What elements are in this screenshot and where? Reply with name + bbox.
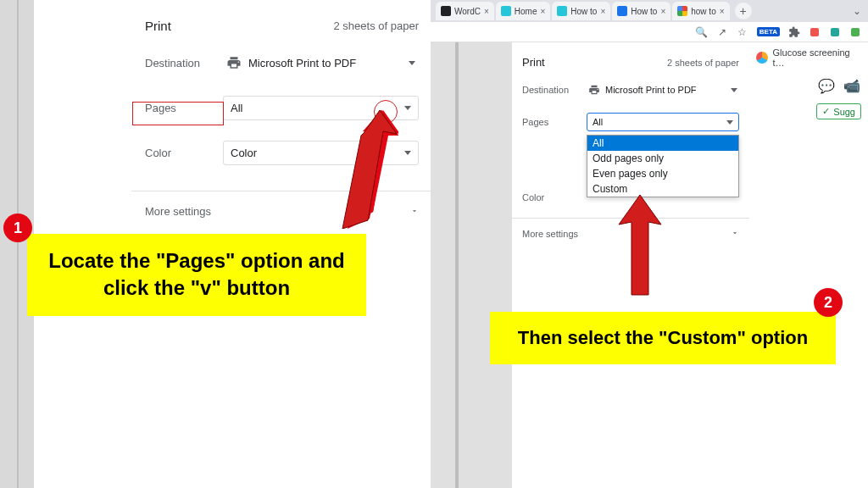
caret-down-icon: [404, 151, 411, 155]
favicon-icon: [617, 6, 627, 16]
browser-tab[interactable]: how to ×: [672, 2, 729, 20]
favicon-icon: [677, 6, 687, 16]
printer-icon: [588, 84, 600, 96]
callout-step-2: Then select the "Custom" option: [490, 312, 836, 364]
svg-marker-5: [619, 195, 661, 295]
pages-dropdown: All Odd pages only Even pages only Custo…: [587, 135, 739, 197]
suggestions-button[interactable]: ✓ Sugg: [816, 103, 861, 119]
color-label: Color: [145, 147, 223, 159]
tab-title: How to: [570, 7, 597, 16]
destination-select[interactable]: Microsoft Print to PDF: [587, 80, 739, 99]
tab-title: Home: [515, 7, 537, 16]
pages-label: Pages: [145, 102, 223, 114]
tab-overflow-icon[interactable]: ⌄: [853, 5, 861, 17]
close-tab-icon[interactable]: ×: [720, 7, 725, 16]
print-title: Print: [522, 56, 545, 69]
caret-down-icon: [409, 61, 415, 65]
tab-title: WordC: [454, 7, 481, 16]
zoom-icon[interactable]: 🔍: [696, 26, 708, 38]
favicon-icon: [557, 6, 567, 16]
destination-label: Destination: [522, 85, 587, 95]
pages-label: Pages: [522, 117, 587, 127]
page-right-content: Glucose screening t… 💬 📹 ✓ Sugg: [749, 42, 868, 488]
favicon-icon: [441, 6, 451, 16]
tab-title: how to: [691, 7, 715, 16]
pages-select[interactable]: All: [587, 113, 739, 131]
close-tab-icon[interactable]: ×: [484, 7, 489, 16]
beta-badge: BETA: [757, 27, 780, 36]
color-label: Color: [522, 192, 587, 202]
destination-label: Destination: [145, 57, 223, 69]
callout-step-1: Locate the "Pages" option and click the …: [27, 234, 366, 316]
destination-value: Microsoft Print to PDF: [248, 57, 356, 69]
print-sheet-count: 2 sheets of paper: [334, 19, 419, 32]
new-tab-button[interactable]: +: [735, 3, 752, 19]
annotation-arrow-2: [610, 195, 670, 297]
check-icon: ✓: [822, 106, 830, 117]
browser-toolbar: 🔍 ↗ ☆ BETA: [431, 22, 868, 42]
star-icon[interactable]: ☆: [737, 26, 748, 38]
browser-tab[interactable]: How to ×: [552, 2, 610, 20]
doc-preview-right: [431, 42, 512, 488]
close-tab-icon[interactable]: ×: [540, 7, 545, 16]
step-badge-1: 1: [3, 214, 32, 242]
browser-tab[interactable]: WordC ×: [436, 2, 494, 20]
color-value: Color: [231, 147, 257, 159]
ext-icon[interactable]: [809, 26, 821, 38]
print-title: Print: [145, 19, 171, 33]
more-settings-label: More settings: [145, 205, 211, 218]
doc-title: Glucose screening t…: [773, 47, 861, 68]
share-icon[interactable]: ↗: [716, 26, 728, 38]
print-sheet-count: 2 sheets of paper: [667, 58, 739, 68]
pages-option-even[interactable]: Even pages only: [587, 166, 738, 181]
tab-title: How to: [631, 7, 657, 16]
meet-icon[interactable]: 📹: [844, 78, 860, 93]
close-tab-icon[interactable]: ×: [660, 7, 665, 16]
browser-chrome: WordC × Home × How to × How to × how to: [431, 0, 868, 42]
caret-down-icon: [404, 106, 411, 110]
pages-option-all[interactable]: All: [587, 136, 738, 151]
chat-icon[interactable]: 💬: [819, 78, 834, 93]
pages-value: All: [593, 117, 603, 127]
svg-marker-4: [342, 110, 397, 229]
caret-down-icon: [726, 120, 733, 125]
chevron-down-icon: [410, 205, 419, 218]
pages-value: All: [231, 102, 242, 114]
annotation-arrow-1b: [324, 108, 397, 229]
extensions-icon[interactable]: [788, 26, 800, 38]
favicon-icon: [501, 6, 511, 16]
ext-icon[interactable]: [829, 26, 841, 38]
ext-icon[interactable]: [849, 26, 861, 38]
chevron-down-icon: [731, 229, 739, 239]
pages-option-odd[interactable]: Odd pages only: [587, 151, 738, 166]
more-settings-label: More settings: [522, 229, 578, 239]
close-tab-icon[interactable]: ×: [600, 7, 605, 16]
caret-down-icon: [731, 88, 737, 92]
destination-value: Microsoft Print to PDF: [605, 85, 697, 95]
suggestions-label: Sugg: [833, 107, 855, 117]
printer-icon: [226, 55, 242, 70]
browser-tab[interactable]: How to ×: [612, 2, 670, 20]
step-badge-2: 2: [814, 288, 843, 317]
doc-icon: [756, 52, 768, 64]
browser-tab[interactable]: Home ×: [496, 2, 551, 20]
destination-select[interactable]: Microsoft Print to PDF: [223, 50, 419, 75]
